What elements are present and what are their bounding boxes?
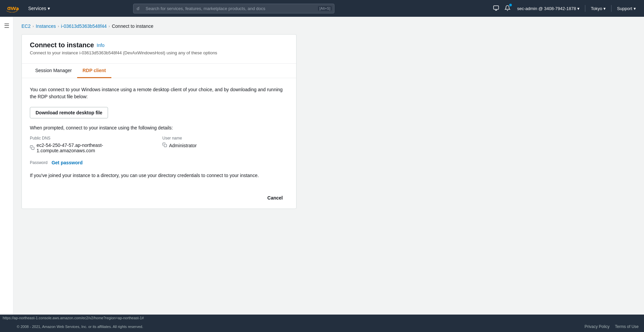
breadcrumb-sep-3: › — [109, 24, 110, 28]
services-chevron-icon: ▾ — [48, 6, 50, 11]
copy-username-icon[interactable] — [162, 143, 167, 148]
svg-rect-0 — [493, 6, 498, 9]
support-menu-button[interactable]: Support ▾ — [614, 5, 639, 12]
main-content: EC2 › Instances › i-03613d5363b548f44 › … — [13, 17, 644, 321]
account-chevron-icon: ▾ — [577, 6, 580, 11]
public-dns-label: Public DNS — [30, 136, 156, 141]
public-dns-section: Public DNS ec2-54-250-47-57.ap-northeast… — [30, 136, 156, 153]
region-chevron-icon: ▾ — [603, 6, 606, 11]
breadcrumb: EC2 › Instances › i-03613d5363b548f44 › … — [21, 23, 636, 29]
search-shortcut: [Alt+S] — [318, 6, 332, 11]
status-url: https://ap-northeast-1.console.aws.amazo… — [3, 316, 144, 320]
card-header: Connect to instance Info Connect to your… — [22, 35, 296, 59]
public-dns-value: ec2-54-250-47-57.ap-northeast-1.compute.… — [37, 143, 156, 153]
username-value: Administrator — [169, 143, 197, 148]
support-label: Support — [617, 6, 632, 11]
password-row: Password Get password — [30, 160, 288, 165]
nav-divider — [585, 5, 585, 12]
password-label: Password — [30, 160, 48, 165]
footer-copyright: © 2008 - 2021, Amazon Web Services, Inc.… — [17, 325, 143, 329]
connect-subtitle: Connect to your instance i-03613d5363b54… — [30, 50, 288, 55]
rdp-description: You can connect to your Windows instance… — [30, 86, 288, 100]
services-label: Services — [28, 6, 46, 11]
notifications-icon-button[interactable] — [503, 4, 512, 13]
region-label: Tokyo — [591, 6, 602, 11]
footer-links: Privacy Policy Terms of Use — [585, 324, 639, 329]
tabs-container: Session Manager RDP client — [22, 63, 296, 78]
username-section: User name Administrator — [162, 136, 288, 153]
search-icon: ☌ — [137, 6, 140, 11]
get-password-link[interactable]: Get password — [52, 160, 83, 165]
privacy-policy-link[interactable]: Privacy Policy — [585, 324, 610, 329]
svg-rect-1 — [32, 147, 34, 150]
download-rdp-file-button[interactable]: Download remote desktop file — [30, 107, 108, 118]
breadcrumb-instance-id[interactable]: i-03613d5363b548f44 — [61, 23, 107, 29]
breadcrumb-instances[interactable]: Instances — [36, 23, 56, 29]
copy-dns-icon[interactable] — [30, 145, 35, 151]
search-input[interactable] — [133, 4, 334, 13]
tab-rdp-client[interactable]: RDP client — [77, 64, 111, 78]
support-chevron-icon: ▾ — [634, 6, 636, 11]
status-bar: https://ap-northeast-1.console.aws.amazo… — [0, 315, 644, 321]
tabs-row: Session Manager RDP client — [22, 64, 296, 78]
public-dns-value-row: ec2-54-250-47-57.ap-northeast-1.compute.… — [30, 143, 156, 153]
breadcrumb-sep-2: › — [58, 24, 59, 28]
account-menu-button[interactable]: sec-admin @ 3408-7942-1878 ▾ — [515, 5, 583, 12]
page-footer: © 2008 - 2021, Amazon Web Services, Inc.… — [0, 321, 644, 332]
search-container: ☌ [Alt+S] — [133, 4, 334, 13]
breadcrumb-sep-1: › — [33, 24, 34, 28]
prompted-text: When prompted, connect to your instance … — [30, 125, 288, 130]
breadcrumb-current: Connect to instance — [112, 23, 153, 29]
svg-rect-2 — [164, 144, 167, 147]
title-row: Connect to instance Info — [30, 41, 288, 49]
directory-text: If you've joined your instance to a dire… — [30, 172, 288, 179]
page-title: Connect to instance — [30, 41, 94, 49]
cancel-button[interactable]: Cancel — [262, 192, 288, 203]
card-footer: Cancel — [22, 187, 296, 209]
nav-divider-2 — [611, 5, 611, 12]
username-value-row: Administrator — [162, 143, 288, 148]
sidebar-menu-button[interactable]: ☰ — [1, 19, 12, 32]
top-navigation: Services ▾ ☌ [Alt+S] sec-admin @ 3408-79… — [0, 0, 644, 17]
region-menu-button[interactable]: Tokyo ▾ — [588, 5, 608, 12]
rdp-tab-content: You can connect to your Windows instance… — [22, 78, 296, 187]
tab-session-manager[interactable]: Session Manager — [30, 64, 77, 78]
sidebar: ☰ — [0, 17, 13, 332]
nav-right: sec-admin @ 3408-7942-1878 ▾ Tokyo ▾ Sup… — [492, 4, 639, 13]
aws-logo[interactable] — [5, 4, 19, 12]
info-badge[interactable]: Info — [97, 43, 104, 48]
connect-to-instance-card: Connect to instance Info Connect to your… — [21, 34, 297, 209]
terminal-icon-button[interactable] — [492, 4, 500, 13]
breadcrumb-ec2[interactable]: EC2 — [21, 23, 31, 29]
notification-badge — [509, 4, 512, 6]
connection-details-grid: Public DNS ec2-54-250-47-57.ap-northeast… — [30, 136, 288, 153]
services-menu-button[interactable]: Services ▾ — [25, 4, 53, 12]
username-label: User name — [162, 136, 288, 141]
terms-of-use-link[interactable]: Terms of Use — [615, 324, 639, 329]
account-label: sec-admin @ 3408-7942-1878 — [517, 6, 576, 11]
